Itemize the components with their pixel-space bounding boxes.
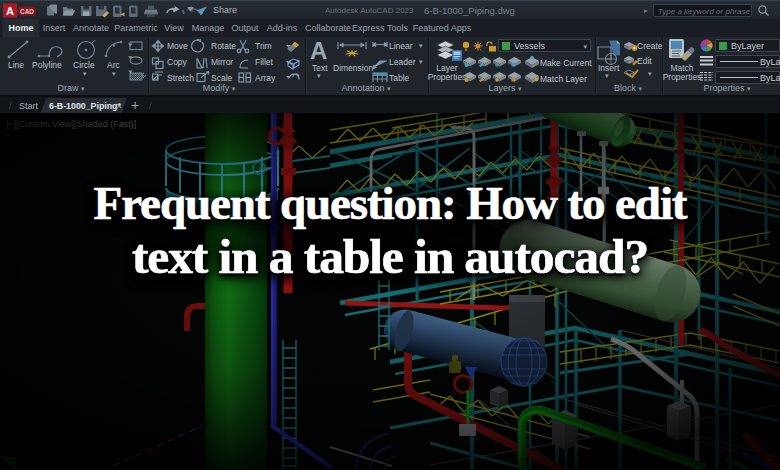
svg-text:A: A (6, 5, 14, 17)
svg-text:CAD: CAD (20, 8, 34, 15)
